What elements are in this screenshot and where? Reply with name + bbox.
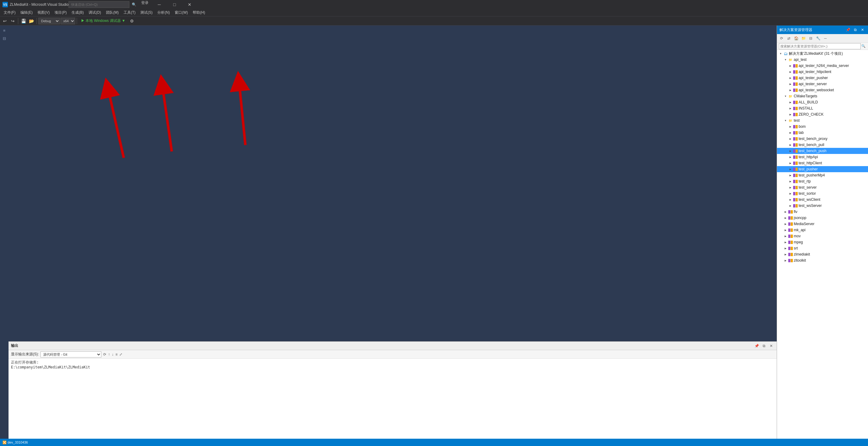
menu-item-文件F[interactable]: 文件(F) xyxy=(1,9,18,17)
tree-item[interactable]: ▶bom xyxy=(777,124,868,130)
tree-expander[interactable]: ▶ xyxy=(783,227,788,233)
output-float-button[interactable]: ⧉ xyxy=(761,343,767,349)
tree-item[interactable]: ▼📁CMakeTargets xyxy=(777,93,868,99)
tree-expander[interactable]: ▶ xyxy=(788,148,793,154)
tree-item[interactable]: ▶test_wsClient xyxy=(777,196,868,202)
se-pin-button[interactable]: 📌 xyxy=(845,27,851,33)
tree-item[interactable]: ▶ZERO_CHECK xyxy=(777,112,868,118)
tree-expander[interactable]: ▶ xyxy=(788,63,793,69)
tree-expander[interactable]: ▶ xyxy=(788,136,793,142)
tree-item[interactable]: ▶mpeg xyxy=(777,239,868,245)
tree-expander[interactable]: ▼ xyxy=(783,93,788,99)
tree-item[interactable]: ▶mk_api xyxy=(777,227,868,233)
se-float-button[interactable]: ⧉ xyxy=(852,27,858,33)
tree-expander[interactable]: ▶ xyxy=(788,166,793,172)
output-action-3[interactable]: ↓ xyxy=(112,352,114,356)
tree-expander[interactable]: ▶ xyxy=(788,105,793,112)
tree-expander[interactable]: ▶ xyxy=(788,124,793,130)
quick-search-input[interactable] xyxy=(68,1,129,8)
menu-item-分析N[interactable]: 分析(N) xyxy=(155,9,172,17)
tree-item[interactable]: ▶test_bench_proxy xyxy=(777,136,868,142)
output-action-1[interactable]: ⟳ xyxy=(103,352,106,356)
strip-icon-2[interactable]: ⊟ xyxy=(1,35,8,42)
tree-item[interactable]: ▶api_tester_websocket xyxy=(777,87,868,93)
tree-expander[interactable]: ▶ xyxy=(788,75,793,81)
tree-item[interactable]: ▶tab xyxy=(777,130,868,136)
tree-item[interactable]: ▶test_sortor xyxy=(777,190,868,196)
tree-expander[interactable]: ▶ xyxy=(783,239,788,245)
menu-item-帮助H[interactable]: 帮助(H) xyxy=(190,9,208,17)
tree-item[interactable]: ▶jsoncpp xyxy=(777,215,868,221)
menu-item-项目P[interactable]: 项目(P) xyxy=(52,9,69,17)
tree-item[interactable]: ▶zltoolkit xyxy=(777,257,868,263)
tree-item[interactable]: ▶test_pusher xyxy=(777,166,868,172)
se-props-button[interactable]: 🔧 xyxy=(815,35,822,42)
menu-item-视图V[interactable]: 视图(V) xyxy=(35,9,52,17)
se-search-input[interactable] xyxy=(779,43,861,49)
menu-item-窗口W[interactable]: 窗口(W) xyxy=(172,9,190,17)
tree-expander[interactable]: ▶ xyxy=(783,233,788,239)
menu-item-工具T[interactable]: 工具(T) xyxy=(121,9,138,17)
se-sync-button[interactable]: ⇄ xyxy=(785,35,792,42)
tree-item[interactable]: ▶api_tester_server xyxy=(777,81,868,87)
tree-item[interactable]: ▶test_bench_push xyxy=(777,148,868,154)
minimize-button[interactable]: ─ xyxy=(152,0,166,9)
menu-item-编辑E[interactable]: 编辑(E) xyxy=(18,9,35,17)
tree-expander[interactable]: ▶ xyxy=(788,160,793,166)
tree-expander[interactable]: ▶ xyxy=(783,221,788,227)
tree-expander[interactable]: ▶ xyxy=(788,99,793,105)
menu-item-调试D[interactable]: 调试(D) xyxy=(86,9,103,17)
se-close-button[interactable]: ✕ xyxy=(860,27,866,33)
tree-item[interactable]: ▶test_httpApi xyxy=(777,154,868,160)
tree-expander[interactable]: ▼ xyxy=(778,51,783,57)
se-minus-button[interactable]: ─ xyxy=(822,35,829,42)
tree-expander[interactable]: ▶ xyxy=(783,257,788,263)
tree-item[interactable]: ▶api_tester_httpclient xyxy=(777,69,868,75)
tree-item[interactable]: ▶mov xyxy=(777,233,868,239)
tree-item[interactable]: ▶test_server xyxy=(777,184,868,190)
tree-expander[interactable]: ▶ xyxy=(788,112,793,118)
tree-item[interactable]: ▼📁test xyxy=(777,118,868,124)
output-pin-button[interactable]: 📌 xyxy=(753,343,760,349)
login-button[interactable]: 登录 xyxy=(141,0,149,9)
tree-expander[interactable]: ▼ xyxy=(783,57,788,63)
menu-item-生成B[interactable]: 生成(B) xyxy=(69,9,86,17)
tree-expander[interactable]: ▶ xyxy=(788,142,793,148)
se-show-all-button[interactable]: 📁 xyxy=(800,35,807,42)
tree-item[interactable]: ▶INSTALL xyxy=(777,105,868,112)
tree-item[interactable]: ▶test_httpClient xyxy=(777,160,868,166)
tree-expander[interactable]: ▼ xyxy=(783,118,788,124)
output-action-4[interactable]: ≡ xyxy=(115,352,118,356)
tree-expander[interactable]: ▶ xyxy=(788,81,793,87)
output-source-select[interactable]: 源代码管理 - Git 生成 调试 常规 xyxy=(40,351,101,357)
tree-expander[interactable]: ▶ xyxy=(788,172,793,178)
menu-item-团队M[interactable]: 团队(M) xyxy=(103,9,121,17)
tree-expander[interactable]: ▶ xyxy=(788,202,793,209)
tree-item[interactable]: ▶api_tester_pusher xyxy=(777,75,868,81)
tree-item[interactable]: ▶MediaServer xyxy=(777,221,868,227)
toolbar-save[interactable]: 💾 xyxy=(20,17,27,25)
tree-item[interactable]: ▶ALL_BUILD xyxy=(777,99,868,105)
tree-item[interactable]: ▶test_wsServer xyxy=(777,202,868,209)
restore-button[interactable]: □ xyxy=(167,0,181,9)
close-button[interactable]: ✕ xyxy=(183,0,196,9)
se-collapse-button[interactable]: ⊟ xyxy=(807,35,814,42)
se-home-button[interactable]: 🏠 xyxy=(793,35,800,42)
output-close-button[interactable]: ✕ xyxy=(768,343,774,349)
output-action-5[interactable]: ⤢ xyxy=(119,352,122,356)
tree-item[interactable]: ▶flv xyxy=(777,209,868,215)
tree-item[interactable]: ▶zlmediakit xyxy=(777,251,868,257)
tree-item[interactable]: ▼📁api_test xyxy=(777,57,868,63)
tree-item[interactable]: ▶test_rtp xyxy=(777,178,868,184)
tree-expander[interactable]: ▶ xyxy=(788,190,793,196)
tree-expander[interactable]: ▶ xyxy=(783,209,788,215)
tree-expander[interactable]: ▶ xyxy=(783,251,788,257)
output-action-2[interactable]: ↑ xyxy=(108,352,110,356)
tree-expander[interactable]: ▶ xyxy=(783,245,788,251)
debug-config-select[interactable]: Debug Release xyxy=(38,18,60,24)
tree-item[interactable]: ▼🗂解决方案'ZLMediaKit' (31 个项目) xyxy=(777,51,868,57)
tree-expander[interactable]: ▶ xyxy=(788,154,793,160)
toolbar-redo[interactable]: ↪ xyxy=(9,17,17,25)
toolbar-undo[interactable]: ↩ xyxy=(1,17,8,25)
tree-expander[interactable]: ▶ xyxy=(788,69,793,75)
